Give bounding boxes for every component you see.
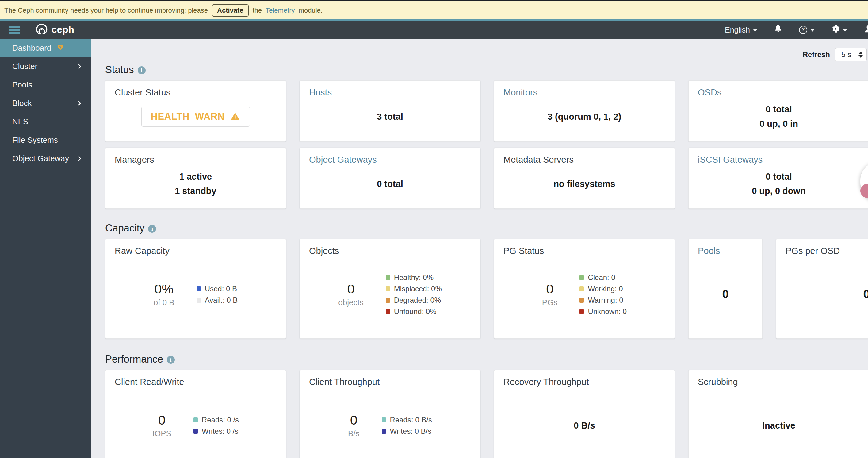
sidebar-item-dashboard[interactable]: Dashboard <box>0 39 91 57</box>
banner-text-after: module. <box>299 6 322 15</box>
card-value: 0 objects <box>338 282 363 307</box>
legend-swatch <box>382 418 386 422</box>
card-objects: Objects 0 objects Healthy: 0% Misplaced:… <box>300 239 480 339</box>
legend-swatch <box>196 298 201 303</box>
legend-swatch <box>193 429 198 434</box>
select-spinner-icon <box>859 52 863 58</box>
bell-icon <box>774 25 782 35</box>
chevron-down-icon <box>810 29 815 32</box>
card-pg-status: PG Status 0 PGs Clean: 0 Working: 0 Warn… <box>494 239 675 339</box>
legend-swatch <box>196 286 201 291</box>
settings-menu[interactable] <box>831 25 847 35</box>
section-title: Capacity <box>105 222 145 234</box>
sidebar-item-cluster[interactable]: Cluster <box>0 57 91 76</box>
sidebar-item-label: Pools <box>12 80 32 90</box>
card-client-throughput: Client Throughput 0 B/s Reads: 0 B/s Wri… <box>300 370 480 458</box>
card-title: Managers <box>115 155 277 165</box>
ceph-logo-icon <box>35 22 49 37</box>
osds-link[interactable]: OSDs <box>698 87 860 97</box>
hosts-link[interactable]: Hosts <box>309 87 471 97</box>
activate-button[interactable]: Activate <box>212 4 249 17</box>
card-title: Client Read/Write <box>115 377 277 387</box>
card-pgs-per-osd: PGs per OSD 0 <box>776 239 868 339</box>
sidebar-item-label: NFS <box>12 117 28 126</box>
card-client-read-write: Client Read/Write 0 IOPS Reads: 0 /s Wri… <box>105 370 286 458</box>
card-value: 0 IOPS <box>152 412 172 438</box>
sidebar-item-label: File Systems <box>12 135 58 145</box>
language-dropdown[interactable]: English <box>725 26 757 34</box>
hamburger-icon[interactable] <box>8 26 20 34</box>
card-value: 3 total <box>377 110 403 124</box>
banner-text-before: The Ceph community needs your help to co… <box>4 6 208 15</box>
chart-legend: Reads: 0 /s Writes: 0 /s <box>193 416 239 436</box>
legend-swatch <box>386 298 390 303</box>
chevron-down-icon <box>753 29 757 32</box>
user-icon <box>864 24 868 35</box>
card-title: Recovery Throughput <box>503 377 665 387</box>
chart-legend: Used: 0 B Avail.: 0 B <box>196 285 238 305</box>
help-icon: ? <box>799 26 807 34</box>
card-title: Objects <box>309 246 471 256</box>
chevron-right-icon <box>77 64 82 69</box>
legend-swatch <box>580 275 584 280</box>
help-menu[interactable]: ? <box>799 26 815 34</box>
sidebar-item-block[interactable]: Block <box>0 94 91 112</box>
navbar: ceph English ? <box>0 21 868 39</box>
status-section-heading: Status i <box>105 64 868 76</box>
card-title: PG Status <box>503 246 665 256</box>
card-value: 0% of 0 B <box>154 282 175 307</box>
card-value: 1 active1 standby <box>175 169 216 198</box>
heartbeat-icon <box>57 43 64 53</box>
card-value: 0 B/s <box>574 419 595 433</box>
chevron-right-icon <box>77 156 82 161</box>
info-icon[interactable]: i <box>148 225 156 233</box>
card-pools: Pools 0 <box>688 239 763 339</box>
iscsi-gateways-link[interactable]: iSCSI Gateways <box>698 155 860 165</box>
card-title: Scrubbing <box>698 377 860 387</box>
pools-link[interactable]: Pools <box>698 246 753 256</box>
card-value: 0 PGs <box>542 282 558 307</box>
notifications-button[interactable] <box>774 25 782 35</box>
card-raw-capacity: Raw Capacity 0% of 0 B Used: 0 B Avail.:… <box>105 239 286 339</box>
card-osds: OSDs 0 total0 up, 0 in <box>688 80 868 142</box>
sidebar-item-label: Cluster <box>12 62 37 71</box>
legend-swatch <box>580 309 584 314</box>
section-title: Performance <box>105 353 163 365</box>
banner-text-middle: the <box>253 6 262 15</box>
sidebar-item-file-systems[interactable]: File Systems <box>0 131 91 149</box>
monitors-link[interactable]: Monitors <box>503 87 665 97</box>
sidebar-item-object-gateway[interactable]: Object Gateway <box>0 149 91 168</box>
brand-text: ceph <box>52 24 74 35</box>
legend-swatch <box>386 286 390 291</box>
ceph-brand[interactable]: ceph <box>35 22 74 37</box>
dashboard-main: Refresh 5 s Status i Cluster Status HEAL… <box>91 39 868 458</box>
card-value: 3 (quorum 0, 1, 2) <box>548 110 621 124</box>
sidebar-item-label: Block <box>12 98 32 108</box>
sidebar-item-label: Object Gateway <box>12 154 69 163</box>
card-value: 0 total0 up, 0 down <box>752 169 806 198</box>
chevron-right-icon <box>77 101 82 106</box>
card-value: 0 <box>863 285 868 304</box>
telemetry-link[interactable]: Telemetry <box>266 6 294 15</box>
sidebar-item-nfs[interactable]: NFS <box>0 112 91 131</box>
card-title: Client Throughput <box>309 377 471 387</box>
language-label: English <box>725 26 750 34</box>
chart-legend: Healthy: 0% Misplaced: 0% Degraded: 0% U… <box>386 273 442 316</box>
card-title: Raw Capacity <box>115 246 277 256</box>
card-title: Metadata Servers <box>503 155 665 165</box>
refresh-interval-select[interactable]: 5 s <box>835 48 867 61</box>
health-status-box[interactable]: HEALTH_WARN <box>141 107 250 127</box>
card-value: Inactive <box>762 419 795 433</box>
section-title: Status <box>105 64 134 76</box>
card-title: PGs per OSD <box>785 246 868 256</box>
card-value: 0 total0 up, 0 in <box>760 102 798 131</box>
card-value: 0 B/s <box>348 412 360 438</box>
info-icon[interactable]: i <box>167 356 175 364</box>
refresh-label: Refresh <box>803 50 830 59</box>
sidebar-item-pools[interactable]: Pools <box>0 76 91 94</box>
info-icon[interactable]: i <box>138 66 146 74</box>
card-monitors: Monitors 3 (quorum 0, 1, 2) <box>494 80 675 142</box>
object-gateways-link[interactable]: Object Gateways <box>309 155 471 165</box>
user-menu[interactable] <box>864 24 868 35</box>
legend-swatch <box>386 309 390 314</box>
